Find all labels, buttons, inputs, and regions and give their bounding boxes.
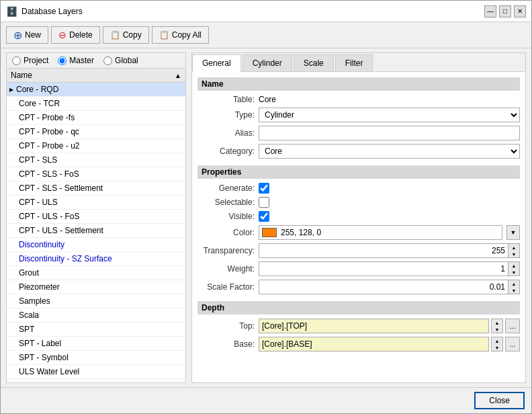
title-bar-controls: — □ ✕	[484, 5, 526, 17]
table-label: Table:	[197, 95, 255, 104]
tab-filter[interactable]: Filter	[335, 54, 373, 71]
main-window: 🗄️ Database Layers — □ ✕ ⊕ New ⊖ Delete …	[0, 0, 532, 414]
top-input[interactable]	[259, 319, 489, 333]
title-bar: 🗄️ Database Layers — □ ✕	[1, 1, 531, 22]
list-item[interactable]: SPT - Label	[7, 337, 185, 351]
list-header-label: Name	[11, 71, 32, 80]
transparency-spinner-buttons: ▲ ▼	[508, 243, 520, 258]
top-row-form: Top: ▲ ▼ ...	[197, 319, 520, 333]
alias-input[interactable]	[259, 126, 520, 140]
list-item[interactable]: CPT - SLS	[7, 153, 185, 167]
color-swatch	[262, 228, 277, 237]
scale-factor-up-button[interactable]: ▲	[508, 280, 519, 287]
generate-checkbox[interactable]	[259, 183, 269, 194]
list-item[interactable]: Discontinuity - SZ Surface	[7, 252, 185, 266]
base-input[interactable]	[259, 337, 489, 351]
radio-group: Project Master Global	[7, 53, 185, 69]
category-row-form: Category: Core	[197, 144, 520, 159]
base-row-form: Base: ▲ ▼ ...	[197, 337, 520, 351]
list-item[interactable]: Piezometer	[7, 280, 185, 294]
list-item[interactable]: Grout	[7, 266, 185, 280]
transparency-up-button[interactable]: ▲	[508, 244, 519, 251]
visible-row-form: Visible:	[197, 211, 520, 222]
list-item[interactable]: Samples	[7, 294, 185, 308]
category-select[interactable]: Core	[259, 144, 520, 159]
color-dropdown-button[interactable]: ▼	[506, 225, 520, 240]
type-select[interactable]: Cylinder	[259, 108, 520, 122]
footer: Close	[1, 387, 531, 413]
radio-project[interactable]: Project	[12, 56, 48, 65]
close-button[interactable]: Close	[474, 392, 525, 409]
list-item[interactable]: CPT - ULS - FoS	[7, 210, 185, 224]
title-bar-left: 🗄️ Database Layers	[6, 6, 83, 17]
base-browse-button[interactable]: ...	[505, 337, 520, 351]
list-item[interactable]: Scala	[7, 308, 185, 323]
color-picker-button[interactable]: 255, 128, 0	[259, 225, 502, 240]
delete-label: Delete	[69, 30, 93, 40]
depth-section: Depth Top: ▲ ▼ ... Base:	[197, 301, 520, 351]
selectable-checkbox[interactable]	[259, 197, 269, 208]
new-button[interactable]: ⊕ New	[6, 26, 48, 44]
tab-cylinder[interactable]: Cylinder	[242, 54, 292, 71]
maximize-button[interactable]: □	[499, 5, 511, 17]
list-item[interactable]: CPT - SLS - Settlement	[7, 181, 185, 196]
color-value: 255, 128, 0	[281, 228, 321, 237]
close-window-button[interactable]: ✕	[514, 5, 526, 17]
list-item[interactable]: CPT - Probe - u2	[7, 139, 185, 153]
radio-global[interactable]: Global	[103, 56, 138, 65]
alias-row-form: Alias:	[197, 126, 520, 140]
top-down-button[interactable]: ▼	[492, 326, 502, 333]
radio-master[interactable]: Master	[58, 56, 94, 65]
radio-master-label: Master	[69, 56, 94, 65]
tab-scale[interactable]: Scale	[294, 54, 334, 71]
generate-row-form: Generate:	[197, 183, 520, 194]
visible-checkbox[interactable]	[259, 211, 269, 222]
table-value: Core	[259, 95, 276, 104]
color-row-form: Color: 255, 128, 0 ▼	[197, 225, 520, 240]
transparency-input[interactable]	[259, 243, 508, 258]
list-item[interactable]: Core - TCR	[7, 97, 185, 111]
right-panel: General Cylinder Scale Filter Name Table…	[191, 52, 526, 383]
list-item[interactable]: Discontinuity	[7, 238, 185, 252]
scale-factor-down-button[interactable]: ▼	[508, 287, 519, 294]
list-item[interactable]: ULS Water Level	[7, 365, 185, 379]
base-up-button[interactable]: ▲	[492, 337, 502, 344]
minimize-button[interactable]: —	[484, 5, 496, 17]
sort-arrow-icon: ▲	[175, 72, 181, 79]
transparency-down-button[interactable]: ▼	[508, 251, 519, 257]
transparency-label: Transparency:	[197, 246, 255, 255]
copy-label: Copy	[123, 30, 142, 40]
copy-button[interactable]: 📋 Copy	[103, 26, 149, 44]
list-container[interactable]: Core - RQD Core - TCR CPT - Probe -fs CP…	[7, 83, 185, 382]
weight-input[interactable]	[259, 261, 508, 276]
delete-button[interactable]: ⊖ Delete	[51, 26, 100, 44]
top-up-button[interactable]: ▲	[492, 319, 502, 326]
list-item[interactable]: CPT - ULS - Settlement	[7, 224, 185, 238]
generate-label: Generate:	[197, 183, 255, 193]
name-section-header: Name	[197, 77, 520, 91]
scale-factor-input[interactable]	[259, 280, 508, 294]
radio-project-label: Project	[24, 56, 48, 65]
top-browse-button[interactable]: ...	[505, 319, 520, 333]
weight-up-button[interactable]: ▲	[508, 262, 519, 269]
list-item[interactable]: CPT - Probe -fs	[7, 111, 185, 125]
weight-label: Weight:	[197, 264, 255, 274]
tab-bar: General Cylinder Scale Filter	[192, 53, 525, 72]
name-section: Name Table: Core Type: Cylinder Alias:	[197, 77, 520, 159]
list-item[interactable]: Core - RQD	[7, 83, 185, 97]
copy-all-button[interactable]: 📋 Copy All	[152, 26, 209, 44]
weight-down-button[interactable]: ▼	[508, 269, 519, 276]
base-down-button[interactable]: ▼	[492, 344, 502, 351]
list-header: Name ▲	[7, 69, 185, 83]
list-item[interactable]: SPT	[7, 323, 185, 337]
selectable-label: Selectable:	[197, 198, 255, 207]
new-label: New	[25, 30, 41, 40]
visible-label: Visible:	[197, 212, 255, 221]
base-label: Base:	[197, 339, 255, 349]
list-item[interactable]: CPT - ULS	[7, 196, 185, 210]
list-item[interactable]: CPT - Probe - qc	[7, 125, 185, 139]
list-item[interactable]: CPT - SLS - FoS	[7, 167, 185, 181]
weight-row-form: Weight: ▲ ▼	[197, 261, 520, 276]
list-item[interactable]: SPT - Symbol	[7, 351, 185, 365]
tab-general[interactable]: General	[192, 54, 241, 72]
